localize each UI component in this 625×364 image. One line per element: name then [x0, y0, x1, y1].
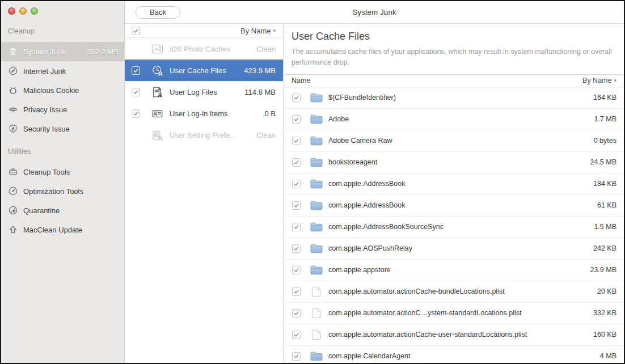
row-checkbox[interactable]	[292, 287, 301, 296]
table-row[interactable]: Adobe 1.7 MB	[284, 109, 624, 130]
sidebar-item-internet-junk[interactable]: Internet Junk	[1, 61, 124, 81]
file-name: com.apple.appstore	[328, 266, 391, 274]
file-size: 0 bytes	[594, 137, 616, 145]
row-checkbox[interactable]	[292, 201, 301, 210]
sidebar-item-label: Quarantine	[23, 206, 60, 215]
row-checkbox[interactable]	[292, 266, 301, 274]
chevron-down-icon: ▾	[273, 28, 276, 33]
table-row[interactable]: com.apple.CalendarAgent 4 MB	[284, 346, 624, 363]
category-list-header: By Name ▾	[125, 24, 283, 38]
folder-icon	[310, 351, 323, 362]
folder-icon	[310, 222, 323, 232]
category-item-ios-photo-caches[interactable]: iOS Photo Caches Clean	[125, 38, 283, 60]
folder-icon	[310, 92, 323, 103]
row-checkbox[interactable]	[292, 309, 301, 318]
file-name: bookstoreagent	[328, 158, 377, 166]
sidebar-section-utilities: Utilities	[8, 147, 31, 158]
file-icon	[310, 308, 323, 319]
table-row[interactable]: com.apple.appstore 23.9 MB	[284, 260, 624, 281]
select-all-checkbox[interactable]	[132, 27, 140, 35]
table-row[interactable]: com.apple.automator.actionCache-bundleLo…	[284, 281, 624, 303]
row-checkbox[interactable]	[292, 137, 301, 145]
folder-icon	[310, 265, 323, 276]
table-row[interactable]: com.apple.AddressBook 184 KB	[284, 173, 624, 195]
row-checkbox[interactable]	[292, 158, 301, 167]
item-checkbox[interactable]	[132, 109, 140, 118]
file-size: 184 KB	[593, 180, 616, 188]
file-size: 23.9 MB	[590, 266, 616, 274]
file-name: com.apple.CalendarAgent	[328, 352, 411, 360]
category-item-user-login-items[interactable]: User Log-in Items 0 B	[125, 103, 283, 124]
file-size: 1.5 MB	[594, 223, 616, 231]
sidebar-item-optimization-tools[interactable]: Optimization Tools	[1, 181, 124, 201]
table-row[interactable]: Adobe Camera Raw 0 bytes	[284, 130, 624, 152]
sidebar-item-security-issue[interactable]: Security Issue	[1, 119, 124, 138]
sidebar-section-cleanup: Cleanup	[8, 27, 35, 37]
detail-description: The accumulated cache files of your appl…	[292, 46, 619, 68]
row-checkbox[interactable]	[292, 352, 301, 361]
back-button[interactable]: Back	[136, 6, 180, 19]
folder-icon	[310, 243, 323, 254]
row-checkbox[interactable]	[292, 115, 301, 124]
category-item-label: iOS Photo Caches	[170, 45, 230, 53]
shield-icon	[8, 124, 18, 134]
compass-icon	[8, 66, 18, 76]
row-checkbox[interactable]	[292, 331, 301, 339]
file-name: Adobe Camera Raw	[328, 137, 392, 145]
sidebar-item-label: MacClean Update	[23, 226, 82, 234]
item-checkbox[interactable]	[132, 88, 140, 96]
category-item-user-cache-files[interactable]: User Cache Files 423.9 MB	[125, 60, 283, 81]
sidebar-item-quarantine[interactable]: Quarantine	[1, 201, 124, 220]
minimize-icon[interactable]	[19, 7, 27, 15]
file-size: 332 KB	[593, 309, 616, 317]
table-row[interactable]: $(CFBundleIdentifier) 164 KB	[284, 87, 624, 109]
file-name: com.apple.AddressBookSourceSync	[328, 223, 444, 231]
category-item-user-setting-preferences[interactable]: User Setting Prefe… Clean	[125, 124, 283, 146]
table-row[interactable]: bookstoreagent 24.5 MB	[284, 152, 624, 173]
category-item-size: 0 B	[264, 109, 276, 118]
file-name: com.apple.AddressBook	[328, 180, 406, 188]
file-size: 164 KB	[593, 94, 616, 101]
sidebar-item-system-junk[interactable]: System Junk 552.2 MB	[1, 42, 124, 61]
quarantine-icon	[8, 205, 18, 215]
sort-label: By Name	[240, 27, 271, 35]
sidebar-item-privacy-issue[interactable]: Privacy Issue	[1, 100, 124, 119]
clock-user-icon	[151, 64, 164, 77]
table-row[interactable]: com.apple.AddressBookSourceSync 1.5 MB	[284, 217, 624, 238]
gauge-icon	[8, 186, 18, 196]
table-row[interactable]: com.apple.automator.actionCache-user-sta…	[284, 324, 624, 346]
file-name: com.apple.AddressBook	[328, 201, 406, 209]
table-row[interactable]: com.apple.AOSPushRelay 242 KB	[284, 238, 624, 260]
row-checkbox[interactable]	[292, 180, 301, 188]
category-sort-dropdown[interactable]: By Name ▾	[240, 27, 276, 35]
close-icon[interactable]	[8, 7, 15, 15]
category-item-user-log-files[interactable]: User Log Files 114.8 MB	[125, 81, 283, 103]
file-size: 4 MB	[600, 352, 616, 360]
file-size: 160 KB	[593, 331, 616, 338]
file-icon	[310, 329, 323, 340]
app-window: Cleanup System Junk 552.2 MB Internet Ju…	[0, 0, 625, 364]
detail-title: User Cache Files	[292, 31, 616, 43]
login-items-icon	[151, 107, 164, 120]
sidebar-item-label: Optimization Tools	[23, 187, 83, 196]
category-item-size: 114.8 MB	[244, 88, 276, 96]
table-row[interactable]: com.apple.automator.actionC…ystem-standa…	[284, 303, 624, 324]
file-sort-dropdown[interactable]: By Name ▾	[582, 77, 616, 84]
sidebar-item-macclean-update[interactable]: MacClean Update	[1, 220, 124, 239]
sidebar-item-malicious-cookie[interactable]: Malicious Cookie	[1, 81, 124, 100]
item-checkbox[interactable]	[132, 66, 140, 75]
file-icon	[310, 286, 323, 297]
file-size: 242 KB	[593, 244, 616, 252]
eye-icon	[8, 104, 18, 115]
trash-icon	[8, 46, 18, 57]
sidebar-item-cleanup-tools[interactable]: Cleanup Tools	[1, 162, 124, 181]
row-checkbox[interactable]	[292, 94, 301, 102]
name-column-header: Name	[292, 77, 310, 84]
row-checkbox[interactable]	[292, 223, 301, 231]
folder-icon	[310, 179, 323, 189]
window-title: System Junk	[125, 1, 624, 24]
zoom-icon[interactable]	[31, 7, 38, 15]
sidebar-item-label: Cleanup Tools	[23, 168, 70, 176]
table-row[interactable]: com.apple.AddressBook 61 KB	[284, 195, 624, 217]
row-checkbox[interactable]	[292, 244, 301, 253]
